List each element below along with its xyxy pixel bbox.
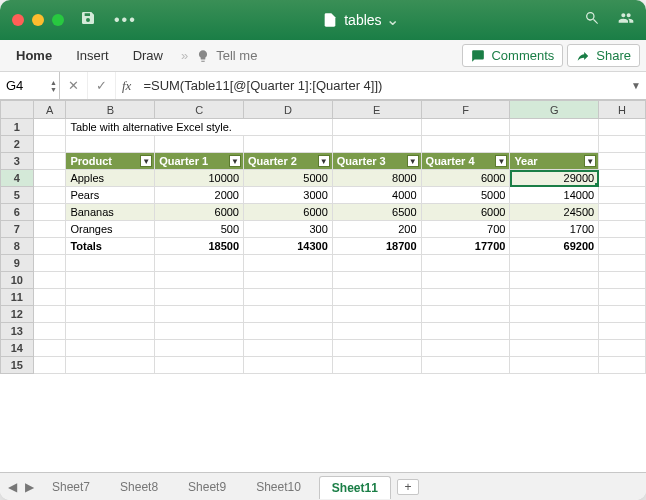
formula-input[interactable]: =SUM(Table11[@[Quarter 1]:[Quarter 4]]) [137,72,626,99]
col-header-B[interactable]: B [66,101,155,119]
table-cell[interactable]: 3000 [244,187,333,204]
row-header-6[interactable]: 6 [1,204,34,221]
formula-bar-expand-icon[interactable]: ▼ [626,72,646,99]
share-panel-icon[interactable] [618,10,634,30]
row-header-14[interactable]: 14 [1,340,34,357]
table-cell[interactable]: 1700 [510,221,599,238]
name-box-stepper[interactable]: ▲▼ [50,79,57,93]
tell-me-search[interactable]: Tell me [196,48,257,63]
filter-dropdown-icon[interactable]: ▼ [318,155,330,167]
table-cell[interactable]: 700 [421,221,510,238]
table-cell[interactable]: 5000 [421,187,510,204]
col-header-G[interactable]: G [510,101,599,119]
table-header-q1[interactable]: Quarter 1▼ [155,153,244,170]
accept-formula-button[interactable]: ✓ [88,72,116,99]
zoom-window-button[interactable] [52,14,64,26]
cancel-formula-button[interactable]: ✕ [60,72,88,99]
row-header-13[interactable]: 13 [1,323,34,340]
sheet-nav-next-icon[interactable]: ▶ [25,480,34,494]
table-cell[interactable]: 300 [244,221,333,238]
filter-dropdown-icon[interactable]: ▼ [584,155,596,167]
caption-cell[interactable]: Table with alternative Excel style. [66,119,332,136]
table-cell[interactable]: 6000 [421,170,510,187]
table-cell[interactable]: 14000 [510,187,599,204]
fx-label[interactable]: fx [116,72,137,99]
comments-button[interactable]: Comments [462,44,563,67]
sheet-tab[interactable]: Sheet10 [244,476,313,498]
sheet-tab-active[interactable]: Sheet11 [319,476,391,499]
row-header-8[interactable]: 8 [1,238,34,255]
chevron-down-icon[interactable]: ⌄ [386,10,399,29]
table-cell[interactable]: 8000 [332,170,421,187]
table-cell[interactable]: Apples [66,170,155,187]
select-all-corner[interactable] [1,101,34,119]
totals-label[interactable]: Totals [66,238,155,255]
sheet-tab[interactable]: Sheet9 [176,476,238,498]
save-icon[interactable] [80,10,96,30]
filter-dropdown-icon[interactable]: ▼ [495,155,507,167]
tab-home[interactable]: Home [6,44,62,67]
col-header-C[interactable]: C [155,101,244,119]
table-cell[interactable]: 500 [155,221,244,238]
table-cell[interactable]: 4000 [332,187,421,204]
tab-draw[interactable]: Draw [123,44,173,67]
fill-handle[interactable] [595,183,599,187]
totals-cell[interactable]: 18700 [332,238,421,255]
selected-cell[interactable]: 29000 [510,170,599,187]
col-header-H[interactable]: H [599,101,646,119]
table-cell[interactable]: Oranges [66,221,155,238]
table-header-q3[interactable]: Quarter 3▼ [332,153,421,170]
sheet-tab[interactable]: Sheet7 [40,476,102,498]
row-header-4[interactable]: 4 [1,170,34,187]
more-icon[interactable]: ••• [114,11,137,29]
row-header-15[interactable]: 15 [1,357,34,374]
table-cell[interactable]: 5000 [244,170,333,187]
table-header-q2[interactable]: Quarter 2▼ [244,153,333,170]
row-header-10[interactable]: 10 [1,272,34,289]
table-cell[interactable]: Bananas [66,204,155,221]
search-icon[interactable] [584,10,600,30]
minimize-window-button[interactable] [32,14,44,26]
col-header-D[interactable]: D [244,101,333,119]
ribbon: Home Insert Draw » Tell me Comments Shar… [0,40,646,72]
sheet-tab[interactable]: Sheet8 [108,476,170,498]
col-header-F[interactable]: F [421,101,510,119]
row-header-11[interactable]: 11 [1,289,34,306]
table-cell[interactable]: 6000 [244,204,333,221]
table-cell[interactable]: 6000 [421,204,510,221]
table-cell[interactable]: Pears [66,187,155,204]
totals-cell[interactable]: 14300 [244,238,333,255]
row-header-9[interactable]: 9 [1,255,34,272]
ribbon-overflow-icon[interactable]: » [177,48,192,63]
filter-dropdown-icon[interactable]: ▼ [140,155,152,167]
close-window-button[interactable] [12,14,24,26]
row-header-5[interactable]: 5 [1,187,34,204]
col-header-E[interactable]: E [332,101,421,119]
spreadsheet-grid[interactable]: A B C D E F G H 1 Table with alternative… [0,100,646,472]
totals-cell[interactable]: 18500 [155,238,244,255]
share-button[interactable]: Share [567,44,640,67]
totals-cell[interactable]: 69200 [510,238,599,255]
table-header-year[interactable]: Year▼ [510,153,599,170]
table-cell[interactable]: 6000 [155,204,244,221]
table-cell[interactable]: 10000 [155,170,244,187]
row-header-12[interactable]: 12 [1,306,34,323]
col-header-A[interactable]: A [33,101,66,119]
table-cell[interactable]: 2000 [155,187,244,204]
filter-dropdown-icon[interactable]: ▼ [407,155,419,167]
row-header-2[interactable]: 2 [1,136,34,153]
filter-dropdown-icon[interactable]: ▼ [229,155,241,167]
row-header-3[interactable]: 3 [1,153,34,170]
tab-insert[interactable]: Insert [66,44,119,67]
table-header-product[interactable]: Product▼ [66,153,155,170]
sheet-nav-prev-icon[interactable]: ◀ [8,480,17,494]
table-cell[interactable]: 6500 [332,204,421,221]
row-header-7[interactable]: 7 [1,221,34,238]
add-sheet-button[interactable]: + [397,479,419,495]
table-header-q4[interactable]: Quarter 4▼ [421,153,510,170]
name-box[interactable]: G4 ▲▼ [0,72,60,99]
row-header-1[interactable]: 1 [1,119,34,136]
totals-cell[interactable]: 17700 [421,238,510,255]
table-cell[interactable]: 24500 [510,204,599,221]
table-cell[interactable]: 200 [332,221,421,238]
